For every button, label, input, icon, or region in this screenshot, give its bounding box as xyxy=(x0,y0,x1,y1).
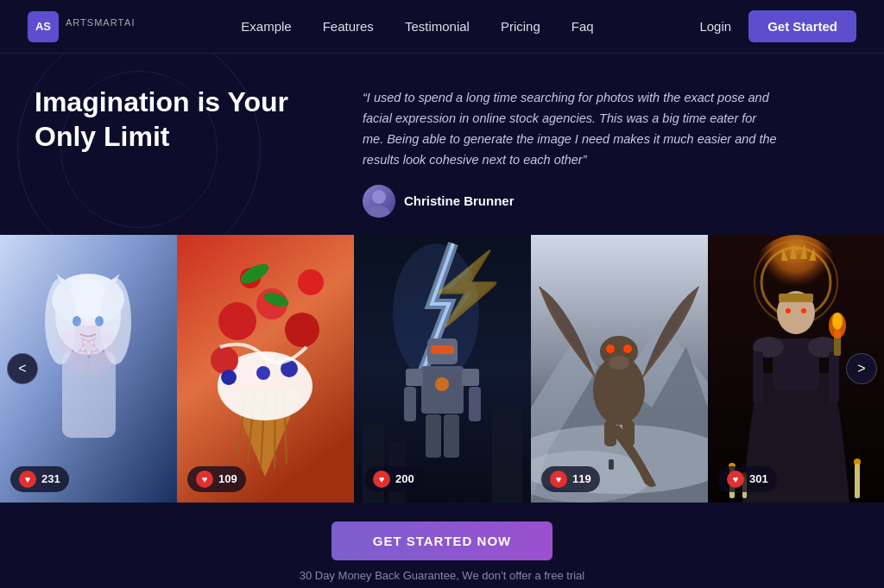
svg-rect-40 xyxy=(426,414,441,458)
svg-point-1 xyxy=(368,205,390,218)
testimonial-block: “I used to spend a long time searching f… xyxy=(363,85,849,218)
heart-icon-5: ♥ xyxy=(727,471,744,488)
gallery-item-2[interactable]: ♥ 109 xyxy=(177,235,354,503)
avatar xyxy=(363,185,395,218)
logo-text: ARTSMARTAI xyxy=(66,17,136,36)
testimonial-author: Christine Brunner xyxy=(363,185,849,218)
svg-rect-57 xyxy=(622,420,635,446)
like-badge-3: ♥ 200 xyxy=(364,466,423,492)
svg-rect-71 xyxy=(779,294,813,302)
nav-links: Example Features Testimonial Pricing Faq xyxy=(241,19,593,35)
heart-icon-1: ♥ xyxy=(19,471,36,488)
gallery-prev-button[interactable]: < xyxy=(7,353,38,384)
nav-item-features[interactable]: Features xyxy=(323,19,374,35)
nav-item-example[interactable]: Example xyxy=(241,19,291,35)
chevron-left-icon: < xyxy=(18,361,26,376)
svg-rect-78 xyxy=(753,351,763,403)
svg-rect-74 xyxy=(829,351,839,403)
nav-item-pricing[interactable]: Pricing xyxy=(501,19,540,35)
svg-point-53 xyxy=(609,356,629,370)
gallery-section: ♥ 231 xyxy=(0,235,884,503)
gallery-item-4[interactable]: ♥ 119 xyxy=(531,235,708,503)
gallery-item-3[interactable]: ♥ 200 xyxy=(354,235,531,503)
svg-point-9 xyxy=(95,316,104,326)
like-badge-2: ♥ 109 xyxy=(187,466,246,492)
like-badge-5: ♥ 301 xyxy=(718,466,777,492)
gallery-next-button[interactable]: > xyxy=(846,353,877,384)
login-button[interactable]: Login xyxy=(699,19,731,34)
nav-item-faq[interactable]: Faq xyxy=(571,19,594,35)
cta-subtext: 30 Day Money Back Guarantee, We don’t of… xyxy=(300,569,584,582)
svg-point-22 xyxy=(285,313,319,347)
get-started-cta-button[interactable]: GET STARTED NOW xyxy=(332,522,553,560)
svg-point-6 xyxy=(100,278,131,364)
svg-rect-56 xyxy=(604,420,616,446)
svg-point-54 xyxy=(606,345,615,353)
get-started-nav-button[interactable]: Get Started xyxy=(748,10,856,42)
like-badge-4: ♥ 119 xyxy=(541,466,600,492)
svg-point-5 xyxy=(45,278,76,364)
logo-icon: AS xyxy=(28,11,59,42)
svg-rect-81 xyxy=(855,464,860,498)
svg-point-23 xyxy=(211,346,238,374)
navbar: AS ARTSMARTAI Example Features Testimoni… xyxy=(0,0,884,54)
author-name: Christine Brunner xyxy=(404,193,515,208)
gallery: ♥ 231 xyxy=(0,235,884,503)
hero-section: Imagination is Your Only Limit “I used t… xyxy=(0,54,884,235)
svg-point-73 xyxy=(801,308,806,313)
svg-point-28 xyxy=(256,366,270,380)
svg-point-24 xyxy=(298,269,324,295)
svg-rect-38 xyxy=(404,387,416,421)
svg-point-42 xyxy=(435,377,449,391)
nav-item-testimonial[interactable]: Testimonial xyxy=(405,19,470,35)
heart-icon-4: ♥ xyxy=(550,471,567,488)
chevron-right-icon: > xyxy=(857,361,865,376)
svg-rect-39 xyxy=(469,387,481,421)
svg-point-55 xyxy=(623,345,632,353)
svg-rect-44 xyxy=(492,408,522,503)
svg-point-0 xyxy=(372,190,386,204)
svg-rect-34 xyxy=(431,345,454,354)
cta-section: GET STARTED NOW 30 Day Money Back Guaran… xyxy=(0,503,884,588)
nav-actions: Login Get Started xyxy=(699,10,856,42)
svg-rect-7 xyxy=(62,351,116,438)
heart-icon-2: ♥ xyxy=(196,471,213,488)
logo[interactable]: AS ARTSMARTAI xyxy=(28,11,136,42)
like-badge-1: ♥ 231 xyxy=(10,466,69,492)
hero-title-block: Imagination is Your Only Limit xyxy=(35,85,328,154)
svg-point-20 xyxy=(218,302,256,340)
svg-rect-58 xyxy=(609,459,614,470)
svg-rect-41 xyxy=(444,414,459,458)
svg-point-72 xyxy=(786,308,791,313)
svg-point-77 xyxy=(832,313,843,330)
testimonial-text: “I used to spend a long time searching f… xyxy=(363,88,777,171)
svg-point-82 xyxy=(854,458,861,465)
svg-point-27 xyxy=(221,370,237,385)
svg-rect-37 xyxy=(462,369,479,386)
hero-title: Imagination is Your Only Limit xyxy=(35,85,311,154)
svg-point-8 xyxy=(73,316,81,326)
svg-rect-36 xyxy=(406,369,423,386)
heart-icon-3: ♥ xyxy=(373,471,390,488)
